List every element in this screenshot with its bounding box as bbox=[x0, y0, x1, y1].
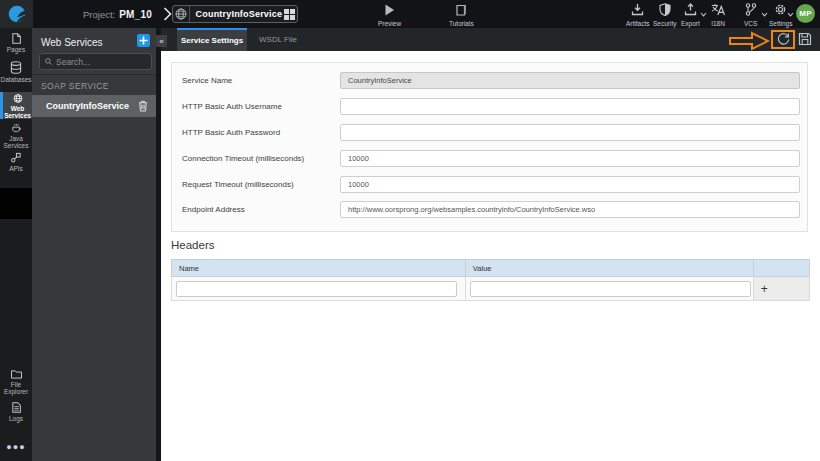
service-name-label: Service Name bbox=[182, 76, 232, 85]
form-row-service-name: Service Name bbox=[172, 72, 807, 89]
sidebar-label-web-services: WebServices bbox=[4, 105, 31, 119]
shield-icon bbox=[659, 3, 671, 16]
settings-dropdown-icon[interactable] bbox=[787, 12, 794, 17]
sidebar-label-apis: APIs bbox=[9, 165, 23, 172]
plus-icon bbox=[139, 36, 148, 45]
add-service-button[interactable] bbox=[137, 34, 150, 47]
service-settings-content: Service Name HTTP Basic Auth Username HT… bbox=[161, 51, 820, 461]
branch-icon bbox=[745, 3, 757, 16]
headers-section-title: Headers bbox=[171, 239, 214, 251]
service-selector[interactable]: CountryInfoService bbox=[172, 5, 298, 23]
headers-table-header-row: Name Value bbox=[172, 260, 810, 277]
search-box[interactable] bbox=[39, 53, 152, 70]
page-icon bbox=[11, 33, 22, 44]
trash-icon[interactable] bbox=[138, 100, 148, 112]
sidebar-label-databases: Databases bbox=[0, 76, 31, 83]
search-input[interactable] bbox=[56, 57, 146, 67]
gear-icon bbox=[774, 3, 787, 16]
sidebar-item-pages[interactable]: Pages bbox=[0, 33, 32, 53]
service-list-item[interactable]: CountryInfoService bbox=[32, 95, 156, 117]
request-timeout-input[interactable] bbox=[340, 176, 800, 193]
project-label: Project: PM_10 bbox=[83, 0, 152, 28]
artifacts-label: Artifacts bbox=[626, 20, 649, 27]
vcs-dropdown-icon[interactable] bbox=[761, 12, 768, 17]
service-name-input bbox=[340, 72, 800, 89]
sidebar-spacer-block bbox=[0, 188, 32, 219]
save-icon[interactable] bbox=[798, 32, 812, 46]
app-logo[interactable] bbox=[0, 0, 33, 28]
upload-icon bbox=[684, 3, 697, 16]
play-icon bbox=[384, 3, 395, 16]
left-nav-sidebar: Pages Databases WebServices JavaServices bbox=[0, 28, 32, 461]
tab-wsdl-file[interactable]: WSDL File bbox=[247, 28, 309, 51]
sidebar-item-apis[interactable]: APIs bbox=[0, 152, 32, 172]
sidebar-item-file-explorer[interactable]: FileExplorer bbox=[0, 369, 32, 395]
vcs-button[interactable]: VCS bbox=[744, 3, 757, 27]
tab-service-settings[interactable]: Service Settings bbox=[177, 28, 247, 51]
security-button[interactable]: Security bbox=[653, 3, 676, 27]
dashboard-grid-icon[interactable] bbox=[282, 9, 297, 20]
tutorials-label: Tutorials bbox=[449, 20, 474, 27]
endpoint-address-label: Endpoint Address bbox=[182, 205, 245, 214]
annotation-highlight-box bbox=[771, 30, 795, 49]
sidebar-item-logs[interactable]: Logs bbox=[0, 402, 32, 422]
form-row-endpoint-address: Endpoint Address bbox=[172, 201, 807, 218]
settings-label: Settings bbox=[769, 20, 793, 27]
globe-icon bbox=[173, 6, 190, 22]
security-label: Security bbox=[653, 20, 676, 27]
http-basic-auth-password-input[interactable] bbox=[340, 124, 800, 141]
selected-service-name: CountryInfoService bbox=[190, 9, 283, 19]
sidebar-item-web-services[interactable]: WebServices bbox=[0, 92, 32, 119]
panel-title: Web Services bbox=[41, 37, 103, 48]
i18n-label: I18N bbox=[711, 20, 725, 27]
sidebar-label-logs: Logs bbox=[9, 415, 23, 422]
headers-table: Name Value + bbox=[171, 259, 810, 301]
project-name: PM_10 bbox=[119, 9, 152, 20]
form-row-username: HTTP Basic Auth Username bbox=[172, 98, 807, 115]
service-settings-form: Service Name HTTP Basic Auth Username HT… bbox=[171, 62, 808, 232]
username-label: HTTP Basic Auth Username bbox=[182, 102, 282, 111]
export-dropdown-icon[interactable] bbox=[700, 12, 707, 17]
ellipsis-icon[interactable]: ●●● bbox=[0, 442, 32, 452]
translate-icon bbox=[711, 3, 725, 16]
connection-timeout-input[interactable] bbox=[340, 150, 800, 167]
search-icon bbox=[45, 57, 52, 66]
sidebar-label-file-explorer: FileExplorer bbox=[4, 381, 28, 395]
form-row-password: HTTP Basic Auth Password bbox=[172, 124, 807, 141]
tutorials-button[interactable]: Tutorials bbox=[449, 3, 474, 27]
preview-label: Preview bbox=[378, 20, 401, 27]
artifacts-button[interactable]: Artifacts bbox=[626, 3, 649, 27]
globe-icon bbox=[12, 94, 24, 103]
web-services-panel: Web Services SOAP SERVICE CountryInfoSer… bbox=[32, 28, 156, 461]
sidebar-label-java-services: JavaServices bbox=[4, 135, 29, 149]
collapse-panel-button[interactable]: « bbox=[156, 35, 167, 47]
add-header-button[interactable]: + bbox=[753, 277, 809, 301]
form-row-connection-timeout: Connection Timeout (milliseconds) bbox=[172, 150, 807, 167]
sidebar-item-java-services[interactable]: JavaServices bbox=[0, 123, 32, 149]
database-icon bbox=[10, 61, 22, 74]
download-icon bbox=[631, 3, 644, 16]
export-label: Export bbox=[681, 20, 700, 27]
http-basic-auth-username-input[interactable] bbox=[340, 98, 800, 115]
log-file-icon bbox=[11, 402, 22, 413]
coffee-icon bbox=[10, 123, 23, 133]
user-avatar[interactable]: MP bbox=[796, 4, 815, 23]
sidebar-label-pages: Pages bbox=[7, 46, 25, 53]
form-row-request-timeout: Request Timeout (milliseconds) bbox=[172, 176, 807, 193]
service-item-name: CountryInfoService bbox=[46, 101, 138, 111]
api-icon bbox=[10, 152, 22, 163]
endpoint-address-input[interactable] bbox=[340, 201, 800, 218]
breadcrumb-chevron-icon bbox=[163, 7, 172, 21]
preview-button[interactable]: Preview bbox=[378, 3, 401, 27]
vcs-label: VCS bbox=[744, 20, 757, 27]
panel-divider bbox=[32, 74, 156, 75]
export-button[interactable]: Export bbox=[681, 3, 700, 27]
i18n-button[interactable]: I18N bbox=[711, 3, 725, 27]
request-timeout-label: Request Timeout (milliseconds) bbox=[182, 180, 294, 189]
sidebar-item-databases[interactable]: Databases bbox=[0, 61, 32, 85]
header-col-name: Name bbox=[172, 260, 466, 277]
header-name-input[interactable] bbox=[176, 281, 457, 297]
header-col-value: Value bbox=[465, 260, 753, 277]
header-value-input[interactable] bbox=[470, 281, 751, 297]
book-icon bbox=[456, 3, 467, 16]
